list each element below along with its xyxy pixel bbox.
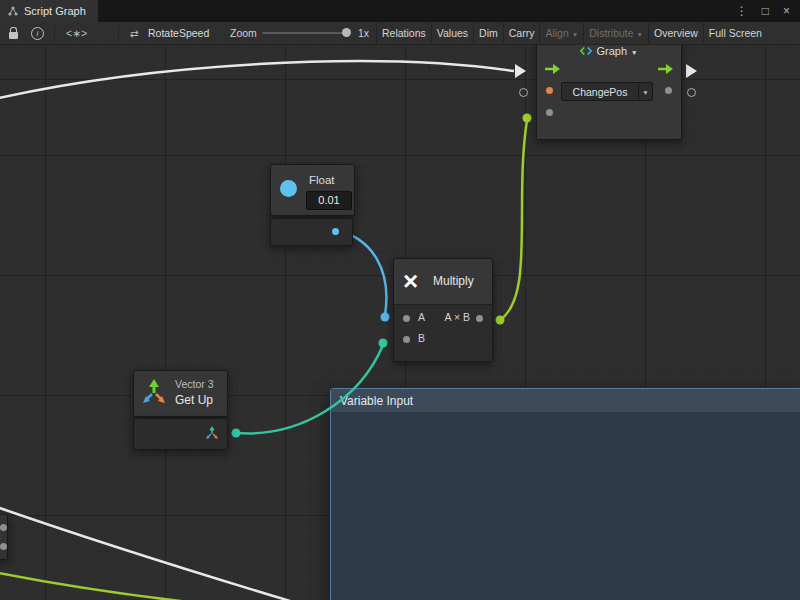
float-value-input[interactable]: 0.01 <box>306 191 352 210</box>
zoom-slider[interactable] <box>262 32 348 34</box>
chevron-down-icon: ▼ <box>631 49 637 56</box>
wire-endpoint <box>381 313 390 322</box>
toolbar-buttons: Relations Values Dim Carry Align▼ Distri… <box>376 22 767 44</box>
maximize-icon[interactable]: □ <box>762 4 769 18</box>
multiply-icon: × <box>403 268 418 294</box>
vector3-getup-node[interactable]: Vector 3 Get Up <box>133 370 228 448</box>
output-port-dot[interactable] <box>665 87 672 94</box>
wire-multiply-to-changepos[interactable] <box>500 120 527 320</box>
tab-script-graph[interactable]: Script Graph <box>0 0 98 22</box>
tab-bar: Script Graph ⋮ □ × <box>0 0 800 22</box>
multiply-node[interactable]: × Multiply A A × B B <box>393 258 493 362</box>
graph-icon <box>580 45 592 57</box>
value-input-port-dot[interactable] <box>546 109 553 116</box>
full-screen-button[interactable]: Full Screen <box>703 22 767 44</box>
wire-endpoint <box>496 316 505 325</box>
vector-node-title: Get Up <box>175 393 213 407</box>
variable-input-body[interactable] <box>331 412 800 600</box>
input-a-port-dot[interactable] <box>403 315 410 322</box>
multiply-node-title: Multiply <box>433 274 474 288</box>
close-icon[interactable]: × <box>783 4 790 18</box>
wire-value-bottom[interactable] <box>0 572 216 600</box>
vector3-output-port-icon[interactable] <box>205 426 219 440</box>
vector-type-label: Vector 3 <box>175 378 214 390</box>
exec-output-arrow-icon[interactable] <box>657 63 674 75</box>
code-view-icon[interactable]: <∗> <box>66 22 87 44</box>
info-icon[interactable]: i <box>31 27 44 40</box>
edge-node-fragment[interactable] <box>0 514 8 560</box>
unit-icon: ⇄ <box>130 22 139 44</box>
align-button[interactable]: Align▼ <box>539 22 583 44</box>
script-graph-icon <box>7 5 19 17</box>
script-graph-window: Script Graph ⋮ □ × i <∗> ⇄ RotateSpeed Z… <box>0 0 800 600</box>
float-node[interactable]: Float 0.01 <box>270 164 355 246</box>
lock-icon[interactable] <box>9 32 18 39</box>
distribute-button[interactable]: Distribute▼ <box>583 22 648 44</box>
relations-button[interactable]: Relations <box>376 22 431 44</box>
wire-control-bottom[interactable] <box>0 506 300 600</box>
graph-toolbar: i <∗> ⇄ RotateSpeed Zoom 1x Relations Va… <box>0 22 800 45</box>
wire-arrowhead-out <box>686 64 697 78</box>
panel-title: Variable Input <box>340 394 413 408</box>
zoom-label: Zoom <box>230 22 257 44</box>
wire-endpoint <box>232 429 241 438</box>
port-ring-right[interactable] <box>687 88 696 97</box>
exec-input-arrow-icon[interactable] <box>544 63 561 75</box>
variable-input-panel[interactable]: Variable Input <box>330 388 800 600</box>
values-button[interactable]: Values <box>431 22 473 44</box>
port-dot[interactable] <box>0 543 7 550</box>
input-b-label: B <box>418 332 425 344</box>
toolbar-separator <box>54 25 55 41</box>
output-label: A × B <box>445 311 470 323</box>
variable-port-dot[interactable] <box>546 87 553 94</box>
port-ring-left[interactable] <box>519 88 528 97</box>
graph-changepos-node[interactable]: Graph ▼ ChangePos ▼ <box>536 38 682 140</box>
graph-node-title: Graph <box>596 45 627 57</box>
float-type-icon <box>280 180 297 197</box>
tab-title: Script Graph <box>24 5 86 17</box>
input-b-port-dot[interactable] <box>403 336 410 343</box>
input-a-label: A <box>418 311 425 323</box>
window-controls: ⋮ □ × <box>736 4 800 18</box>
toolbar-separator <box>118 25 119 41</box>
chevron-down-icon: ▼ <box>637 31 643 38</box>
chevron-down-icon: ▼ <box>572 31 578 38</box>
menu-dots-icon[interactable]: ⋮ <box>736 4 748 18</box>
zoom-slider-handle[interactable] <box>342 28 351 37</box>
overview-button[interactable]: Overview <box>648 22 703 44</box>
variable-input-header[interactable]: Variable Input <box>331 389 800 412</box>
wire-arrowhead-in <box>515 64 526 78</box>
float-node-title: Float <box>309 174 335 186</box>
float-output-port-dot[interactable] <box>332 228 339 235</box>
wire-control-top[interactable] <box>0 61 514 99</box>
chevron-down-icon: ▼ <box>638 84 652 101</box>
changepos-value: ChangePos <box>562 86 638 98</box>
output-port-dot[interactable] <box>476 315 483 322</box>
wire-endpoint <box>379 339 388 348</box>
graph-name-label: RotateSpeed <box>148 22 209 44</box>
graph-canvas[interactable]: Variable Input <box>0 44 800 600</box>
changepos-dropdown[interactable]: ChangePos ▼ <box>561 82 653 101</box>
carry-button[interactable]: Carry <box>503 22 540 44</box>
zoom-value: 1x <box>358 22 369 44</box>
port-dot[interactable] <box>0 524 7 531</box>
wire-endpoint <box>523 114 532 123</box>
vector3-icon <box>141 379 167 405</box>
dim-button[interactable]: Dim <box>473 22 503 44</box>
